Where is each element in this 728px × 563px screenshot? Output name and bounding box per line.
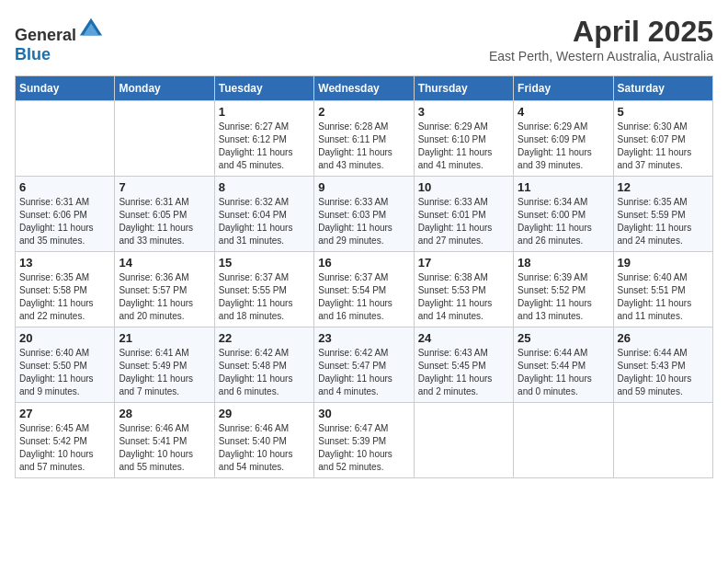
day-info: Sunrise: 6:34 AMSunset: 6:00 PMDaylight:… bbox=[518, 196, 609, 247]
day-number: 3 bbox=[418, 105, 509, 119]
day-number: 18 bbox=[518, 256, 609, 270]
month-title: April 2025 bbox=[489, 15, 713, 49]
day-number: 15 bbox=[219, 256, 310, 270]
calendar-cell: 21Sunrise: 6:41 AMSunset: 5:49 PMDayligh… bbox=[115, 327, 214, 403]
location-subtitle: East Perth, Western Australia, Australia bbox=[489, 49, 713, 63]
calendar-cell: 10Sunrise: 6:33 AMSunset: 6:01 PMDayligh… bbox=[414, 177, 513, 252]
day-number: 28 bbox=[119, 407, 210, 420]
day-info: Sunrise: 6:31 AMSunset: 6:06 PMDaylight:… bbox=[19, 196, 110, 247]
day-info: Sunrise: 6:33 AMSunset: 6:01 PMDaylight:… bbox=[418, 196, 509, 247]
day-info: Sunrise: 6:39 AMSunset: 5:52 PMDaylight:… bbox=[518, 271, 609, 323]
day-number: 19 bbox=[618, 256, 709, 270]
day-number: 26 bbox=[618, 331, 709, 345]
col-monday: Monday bbox=[115, 76, 214, 101]
day-number: 7 bbox=[119, 180, 210, 194]
calendar-cell: 14Sunrise: 6:36 AMSunset: 5:57 PMDayligh… bbox=[115, 252, 214, 327]
day-number: 10 bbox=[418, 180, 509, 194]
day-number: 17 bbox=[418, 256, 509, 270]
day-info: Sunrise: 6:46 AMSunset: 5:41 PMDaylight:… bbox=[119, 422, 210, 474]
day-number: 2 bbox=[318, 105, 409, 119]
calendar-cell: 1Sunrise: 6:27 AMSunset: 6:12 PMDaylight… bbox=[214, 101, 313, 177]
day-info: Sunrise: 6:45 AMSunset: 5:42 PMDaylight:… bbox=[19, 422, 110, 474]
calendar-cell: 12Sunrise: 6:35 AMSunset: 5:59 PMDayligh… bbox=[613, 177, 712, 252]
col-thursday: Thursday bbox=[414, 76, 513, 101]
day-number: 14 bbox=[119, 256, 210, 270]
day-info: Sunrise: 6:37 AMSunset: 5:54 PMDaylight:… bbox=[318, 271, 409, 323]
week-row-4: 20Sunrise: 6:40 AMSunset: 5:50 PMDayligh… bbox=[16, 327, 713, 403]
calendar-cell: 5Sunrise: 6:30 AMSunset: 6:07 PMDaylight… bbox=[613, 101, 712, 177]
day-number: 30 bbox=[318, 407, 409, 420]
day-info: Sunrise: 6:41 AMSunset: 5:49 PMDaylight:… bbox=[119, 347, 210, 398]
day-number: 22 bbox=[219, 331, 310, 345]
calendar-cell: 28Sunrise: 6:46 AMSunset: 5:41 PMDayligh… bbox=[115, 403, 214, 478]
day-info: Sunrise: 6:47 AMSunset: 5:39 PMDaylight:… bbox=[318, 422, 409, 474]
day-info: Sunrise: 6:32 AMSunset: 6:04 PMDaylight:… bbox=[219, 196, 310, 247]
calendar-header: Sunday Monday Tuesday Wednesday Thursday… bbox=[16, 76, 713, 101]
week-row-3: 13Sunrise: 6:35 AMSunset: 5:58 PMDayligh… bbox=[16, 252, 713, 327]
calendar-body: 1Sunrise: 6:27 AMSunset: 6:12 PMDaylight… bbox=[16, 101, 713, 478]
page-header: General Blue April 2025 East Perth, West… bbox=[15, 15, 713, 64]
calendar-cell bbox=[514, 403, 613, 478]
calendar-cell: 6Sunrise: 6:31 AMSunset: 6:06 PMDaylight… bbox=[16, 177, 115, 252]
day-info: Sunrise: 6:29 AMSunset: 6:09 PMDaylight:… bbox=[518, 121, 609, 172]
day-info: Sunrise: 6:29 AMSunset: 6:10 PMDaylight:… bbox=[418, 121, 509, 172]
week-row-5: 27Sunrise: 6:45 AMSunset: 5:42 PMDayligh… bbox=[16, 403, 713, 478]
day-info: Sunrise: 6:35 AMSunset: 5:59 PMDaylight:… bbox=[618, 196, 709, 247]
day-number: 11 bbox=[518, 180, 609, 194]
calendar-cell: 20Sunrise: 6:40 AMSunset: 5:50 PMDayligh… bbox=[16, 327, 115, 403]
calendar-cell: 2Sunrise: 6:28 AMSunset: 6:11 PMDaylight… bbox=[314, 101, 414, 177]
col-wednesday: Wednesday bbox=[314, 76, 414, 101]
calendar-cell: 13Sunrise: 6:35 AMSunset: 5:58 PMDayligh… bbox=[16, 252, 115, 327]
logo: General Blue bbox=[15, 15, 104, 64]
calendar-cell: 16Sunrise: 6:37 AMSunset: 5:54 PMDayligh… bbox=[314, 252, 414, 327]
calendar-cell: 29Sunrise: 6:46 AMSunset: 5:40 PMDayligh… bbox=[214, 403, 313, 478]
col-sunday: Sunday bbox=[16, 76, 115, 101]
day-info: Sunrise: 6:40 AMSunset: 5:51 PMDaylight:… bbox=[618, 271, 709, 323]
calendar-cell: 18Sunrise: 6:39 AMSunset: 5:52 PMDayligh… bbox=[514, 252, 613, 327]
day-number: 9 bbox=[318, 180, 409, 194]
calendar-cell bbox=[414, 403, 513, 478]
day-info: Sunrise: 6:36 AMSunset: 5:57 PMDaylight:… bbox=[119, 271, 210, 323]
title-block: April 2025 East Perth, Western Australia… bbox=[489, 15, 713, 63]
day-info: Sunrise: 6:27 AMSunset: 6:12 PMDaylight:… bbox=[219, 121, 310, 172]
logo-text-general: General bbox=[15, 26, 76, 44]
day-info: Sunrise: 6:35 AMSunset: 5:58 PMDaylight:… bbox=[19, 271, 110, 323]
calendar-cell: 17Sunrise: 6:38 AMSunset: 5:53 PMDayligh… bbox=[414, 252, 513, 327]
calendar-cell: 19Sunrise: 6:40 AMSunset: 5:51 PMDayligh… bbox=[613, 252, 712, 327]
day-number: 21 bbox=[119, 331, 210, 345]
calendar-table: Sunday Monday Tuesday Wednesday Thursday… bbox=[15, 75, 713, 478]
calendar-cell: 4Sunrise: 6:29 AMSunset: 6:09 PMDaylight… bbox=[514, 101, 613, 177]
day-number: 23 bbox=[318, 331, 409, 345]
day-number: 25 bbox=[518, 331, 609, 345]
day-info: Sunrise: 6:44 AMSunset: 5:43 PMDaylight:… bbox=[618, 347, 709, 398]
week-row-1: 1Sunrise: 6:27 AMSunset: 6:12 PMDaylight… bbox=[16, 101, 713, 177]
day-info: Sunrise: 6:46 AMSunset: 5:40 PMDaylight:… bbox=[219, 422, 310, 474]
week-row-2: 6Sunrise: 6:31 AMSunset: 6:06 PMDaylight… bbox=[16, 177, 713, 252]
day-info: Sunrise: 6:28 AMSunset: 6:11 PMDaylight:… bbox=[318, 121, 409, 172]
day-number: 1 bbox=[219, 105, 310, 119]
calendar-cell: 24Sunrise: 6:43 AMSunset: 5:45 PMDayligh… bbox=[414, 327, 513, 403]
day-info: Sunrise: 6:38 AMSunset: 5:53 PMDaylight:… bbox=[418, 271, 509, 323]
calendar-cell: 7Sunrise: 6:31 AMSunset: 6:05 PMDaylight… bbox=[115, 177, 214, 252]
day-info: Sunrise: 6:44 AMSunset: 5:44 PMDaylight:… bbox=[518, 347, 609, 398]
calendar-cell: 30Sunrise: 6:47 AMSunset: 5:39 PMDayligh… bbox=[314, 403, 414, 478]
calendar-cell: 23Sunrise: 6:42 AMSunset: 5:47 PMDayligh… bbox=[314, 327, 414, 403]
day-number: 5 bbox=[618, 105, 709, 119]
day-number: 6 bbox=[19, 180, 110, 194]
calendar-cell bbox=[115, 101, 214, 177]
day-number: 24 bbox=[418, 331, 509, 345]
days-of-week-row: Sunday Monday Tuesday Wednesday Thursday… bbox=[16, 76, 713, 101]
calendar-cell: 3Sunrise: 6:29 AMSunset: 6:10 PMDaylight… bbox=[414, 101, 513, 177]
col-friday: Friday bbox=[514, 76, 613, 101]
day-number: 29 bbox=[219, 407, 310, 420]
calendar-cell: 25Sunrise: 6:44 AMSunset: 5:44 PMDayligh… bbox=[514, 327, 613, 403]
day-info: Sunrise: 6:30 AMSunset: 6:07 PMDaylight:… bbox=[618, 121, 709, 172]
day-info: Sunrise: 6:42 AMSunset: 5:48 PMDaylight:… bbox=[219, 347, 310, 398]
day-info: Sunrise: 6:42 AMSunset: 5:47 PMDaylight:… bbox=[318, 347, 409, 398]
day-number: 27 bbox=[19, 407, 110, 420]
day-info: Sunrise: 6:37 AMSunset: 5:55 PMDaylight:… bbox=[219, 271, 310, 323]
day-info: Sunrise: 6:31 AMSunset: 6:05 PMDaylight:… bbox=[119, 196, 210, 247]
day-info: Sunrise: 6:33 AMSunset: 6:03 PMDaylight:… bbox=[318, 196, 409, 247]
calendar-cell: 11Sunrise: 6:34 AMSunset: 6:00 PMDayligh… bbox=[514, 177, 613, 252]
calendar-cell bbox=[16, 101, 115, 177]
